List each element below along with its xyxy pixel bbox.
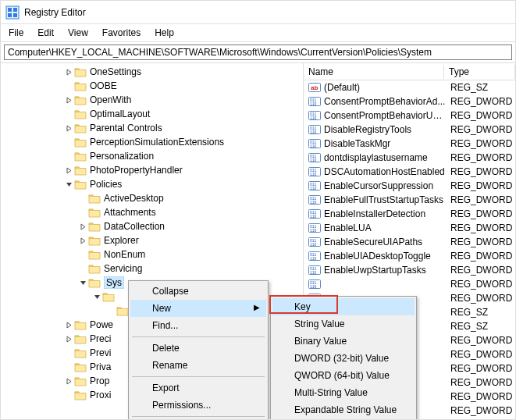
list-row[interactable]: DisableRegistryToolsREG_DWORD — [304, 123, 515, 137]
menu-view[interactable]: View — [62, 26, 94, 40]
ctx-export[interactable]: Export — [130, 379, 266, 397]
list-row[interactable]: EnableLUAREG_DWORD — [304, 221, 515, 235]
sub-expandable-string-value[interactable]: Expandable String Value — [272, 401, 415, 418]
ctx-new[interactable]: New ▶ — [130, 300, 266, 317]
menu-edit[interactable]: Edit — [31, 26, 60, 40]
tree-item[interactable]: Personalization — [2, 149, 303, 163]
list-row[interactable]: EnableCursorSuppressionREG_DWORD — [304, 179, 515, 193]
dword-value-icon — [308, 123, 321, 136]
tree-item[interactable]: ActiveDesktop — [2, 191, 303, 205]
tree-item-label: Powe — [90, 319, 113, 330]
chevron-right-icon[interactable] — [63, 66, 74, 77]
ctx-permissions[interactable]: Permissions... — [130, 397, 266, 414]
sub-multistring-value[interactable]: Multi-String Value — [272, 384, 415, 401]
value-name: dontdisplaylastusername — [324, 152, 446, 163]
list-row[interactable]: ConsentPromptBehaviorUserREG_DWORD — [304, 109, 515, 123]
col-header-type[interactable]: Type — [444, 65, 515, 79]
spacer-icon — [63, 109, 74, 119]
tree-item[interactable]: OneSettings — [2, 65, 303, 79]
tree-item-label: PerceptionSimulationExtensions — [90, 137, 224, 148]
tree-item[interactable]: Attachments — [2, 205, 303, 219]
list-row[interactable]: DSCAutomationHostEnabledREG_DWORD — [304, 165, 515, 179]
tree-item[interactable]: DataCollection — [2, 219, 303, 233]
ctx-delete[interactable]: Delete — [130, 340, 266, 357]
dword-value-icon — [308, 278, 321, 290]
value-type: REG_DWORD — [446, 279, 515, 290]
col-header-name[interactable]: Name — [304, 65, 444, 79]
list-row[interactable]: EnableUIADesktopToggleREG_DWORD — [304, 249, 515, 263]
value-type: REG_DWORD — [446, 335, 515, 346]
tree-item[interactable]: OpenWith — [2, 93, 303, 107]
tree-item[interactable]: PerceptionSimulationExtensions — [2, 135, 303, 149]
spacer-icon — [63, 361, 74, 372]
value-type: REG_DWORD — [446, 208, 515, 219]
spacer-icon — [63, 80, 74, 91]
sub-string-value[interactable]: String Value — [272, 315, 415, 333]
chevron-down-icon[interactable] — [63, 179, 74, 190]
list-row[interactable]: EnableUwpStartupTasksREG_DWORD — [304, 263, 515, 277]
chevron-right-icon[interactable] — [77, 221, 88, 232]
ctx-find[interactable]: Find... — [130, 317, 266, 334]
tree-item[interactable]: Servicing — [2, 262, 303, 276]
tree-item[interactable]: PhotoPropertyHandler — [2, 163, 303, 177]
chevron-down-icon[interactable] — [91, 291, 102, 302]
tree-item[interactable]: OOBE — [2, 79, 303, 93]
tree-item[interactable]: Parental Controls — [2, 121, 303, 135]
chevron-right-icon[interactable] — [63, 94, 74, 105]
value-name: EnableCursorSuppression — [324, 180, 446, 191]
chevron-right-icon[interactable] — [63, 165, 74, 176]
chevron-right-icon[interactable] — [63, 333, 74, 344]
spacer-icon — [77, 263, 88, 274]
menubar: File Edit View Favorites Help — [1, 24, 515, 42]
string-value-icon — [308, 81, 321, 94]
tree-item-label: Previ — [90, 347, 111, 358]
dword-value-icon — [308, 250, 321, 262]
folder-icon — [74, 109, 87, 119]
tree-item-label: PhotoPropertyHandler — [90, 165, 183, 176]
list-row[interactable]: REG_DWORD — [304, 277, 515, 291]
menu-help[interactable]: Help — [148, 26, 180, 40]
chevron-right-icon[interactable] — [63, 319, 74, 330]
list-row[interactable]: EnableFullTrustStartupTasksREG_DWORD — [304, 193, 515, 207]
value-type: REG_DWORD — [446, 265, 515, 276]
folder-icon — [88, 193, 101, 204]
tree-item[interactable]: OptimalLayout — [2, 107, 303, 121]
titlebar: Registry Editor — [1, 1, 515, 24]
ctx-rename[interactable]: Rename — [130, 357, 266, 374]
chevron-right-icon[interactable] — [77, 235, 88, 246]
list-row[interactable]: EnableInstallerDetectionREG_DWORD — [304, 207, 515, 221]
sub-dword-value[interactable]: DWORD (32-bit) Value — [272, 350, 415, 367]
ctx-collapse[interactable]: Collapse — [130, 283, 266, 300]
list-row[interactable]: EnableSecureUIAPathsREG_DWORD — [304, 235, 515, 249]
list-row[interactable]: dontdisplaylastusernameREG_DWORD — [304, 151, 515, 165]
dword-value-icon — [308, 180, 321, 192]
list-row[interactable]: DisableTaskMgrREG_DWORD — [304, 137, 515, 151]
folder-icon — [74, 151, 87, 162]
chevron-right-icon[interactable] — [63, 376, 74, 386]
tree-item-label: ActiveDesktop — [104, 193, 164, 204]
menu-separator — [132, 416, 265, 417]
dword-value-icon — [308, 264, 321, 276]
tree-item-label: OpenWith — [90, 94, 131, 105]
tree-item-label: Explorer — [104, 235, 139, 246]
value-name: DSCAutomationHostEnabled — [324, 166, 446, 177]
sub-binary-value[interactable]: Binary Value — [272, 333, 415, 350]
sub-qword-value[interactable]: QWORD (64-bit) Value — [272, 367, 415, 384]
menu-file[interactable]: File — [2, 26, 30, 40]
tree-item[interactable]: Explorer — [2, 233, 303, 247]
list-row[interactable]: (Default)REG_SZ — [304, 80, 515, 94]
menu-favorites[interactable]: Favorites — [96, 26, 147, 40]
chevron-right-icon[interactable] — [63, 123, 74, 133]
tree-item[interactable]: Policies — [2, 177, 303, 191]
path-input[interactable] — [4, 44, 512, 60]
list-row[interactable]: ConsentPromptBehaviorAd...REG_DWORD — [304, 94, 515, 109]
sub-key[interactable]: Key — [272, 298, 415, 315]
value-type: REG_DWORD — [446, 377, 515, 388]
menu-separator — [132, 336, 265, 337]
context-submenu-new: Key String Value Binary Value DWORD (32-… — [270, 296, 417, 420]
tree-item[interactable]: NonEnum — [2, 247, 303, 262]
value-type: REG_SZ — [446, 307, 515, 318]
folder-icon — [74, 333, 87, 344]
value-type: REG_SZ — [446, 321, 515, 332]
chevron-down-icon[interactable] — [77, 277, 88, 288]
